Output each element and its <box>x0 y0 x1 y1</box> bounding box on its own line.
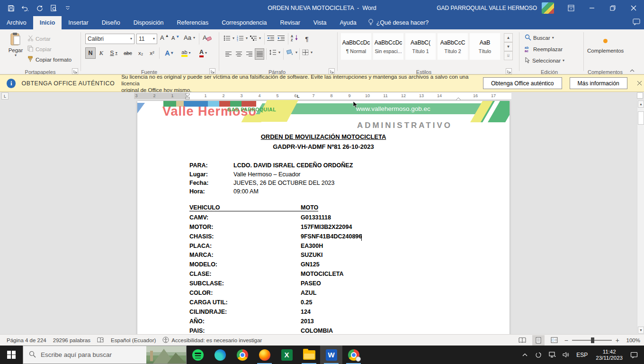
style-card[interactable]: AaBbC( Título 1 <box>405 33 436 60</box>
learn-more-button[interactable]: Más información <box>570 77 627 89</box>
restore-button[interactable] <box>602 0 623 16</box>
tray-chevron-up-icon[interactable] <box>519 346 530 364</box>
document-page[interactable]: www.vallehermoso.gob.ec Valle Hermoso GA… <box>137 101 510 334</box>
banner-close-icon[interactable] <box>635 79 644 88</box>
close-button[interactable] <box>623 0 644 16</box>
decrease-indent-button[interactable] <box>267 35 275 42</box>
italic-button[interactable]: K <box>97 47 106 59</box>
taskbar-search[interactable]: Escribe aquí para buscar <box>23 346 187 364</box>
taskbar-firefox-icon[interactable] <box>253 346 276 364</box>
word-count[interactable]: 29296 palabras <box>53 337 90 343</box>
sort-button[interactable]: AZ <box>291 34 299 42</box>
ruler-track[interactable]: 321 12345678910111213141617 L <box>134 93 511 99</box>
styles-scroll-up-icon[interactable]: ▲ <box>504 33 513 42</box>
font-family-select[interactable]: Calibri▾ <box>85 34 134 44</box>
styles-scroll-down-icon[interactable]: ▼ <box>504 42 513 51</box>
tab-referencias[interactable]: Referencias <box>170 16 215 29</box>
taskbar-file-explorer-icon[interactable] <box>298 346 320 364</box>
align-left-button[interactable] <box>224 48 233 60</box>
tray-background-app-icon[interactable] <box>533 346 544 364</box>
minimize-button[interactable] <box>581 0 602 16</box>
style-card[interactable]: AaBbCcC Título 2 <box>438 33 468 60</box>
bold-button[interactable]: N <box>85 47 96 59</box>
keyboard-language[interactable]: ESP <box>574 352 590 358</box>
select-button[interactable]: Seleccionar▾ <box>525 57 564 64</box>
account-avatar[interactable] <box>542 2 554 14</box>
ruler-scroll-box[interactable] <box>637 92 643 99</box>
scroll-down-icon[interactable]: ▼ <box>638 327 644 334</box>
comments-icon[interactable] <box>633 18 640 27</box>
collapse-ribbon-icon[interactable] <box>630 68 635 73</box>
style-card[interactable]: AaBbCcDc ¶ Normal <box>341 33 371 60</box>
change-case-button[interactable]: Aa▾ <box>184 34 195 41</box>
copy-button[interactable]: Copiar <box>27 46 52 53</box>
styles-more-icon[interactable]: ⍌ <box>504 51 513 60</box>
replace-button[interactable]: abac Reemplazar <box>525 46 563 53</box>
language-indicator[interactable]: Español (Ecuador) <box>111 337 156 343</box>
account-name[interactable]: GAD PARROQUIAL VALLE HERMOSO <box>437 5 537 11</box>
tab-correspondencia[interactable]: Correspondencia <box>215 16 273 29</box>
tab-vista[interactable]: Vista <box>307 16 333 29</box>
shading-button[interactable]: ▾ <box>286 49 297 55</box>
highlight-button[interactable]: ab▾ <box>178 47 194 59</box>
print-layout-icon[interactable] <box>532 335 545 346</box>
style-card[interactable]: AaBbCcDc Sin espaci... <box>373 33 403 60</box>
shrink-font-button[interactable]: A▼ <box>171 35 179 41</box>
redo-icon[interactable] <box>33 2 45 14</box>
zoom-level[interactable]: 100% <box>623 337 640 343</box>
taskbar-chrome-profile-icon[interactable] <box>342 346 365 364</box>
style-card[interactable]: AaB Título <box>470 33 500 60</box>
search-highlight-image[interactable] <box>146 346 186 364</box>
grow-font-button[interactable]: A▲ <box>160 34 169 41</box>
notification-center-icon[interactable] <box>629 346 639 364</box>
zoom-slider[interactable] <box>572 340 612 341</box>
line-spacing-button[interactable]: ▾ <box>269 49 280 55</box>
volume-icon[interactable] <box>561 346 571 364</box>
zoom-slider-thumb[interactable] <box>591 337 594 343</box>
show-marks-button[interactable]: ¶ <box>302 33 312 45</box>
tab-diseno[interactable]: Diseño <box>95 16 127 29</box>
numbering-button[interactable]: 123▾ <box>237 35 248 41</box>
proofing-icon[interactable] <box>97 337 104 343</box>
scroll-up-icon[interactable]: ▲ <box>638 100 644 108</box>
align-right-button[interactable] <box>244 48 254 60</box>
zoom-in-icon[interactable]: + <box>616 337 619 344</box>
clipboard-dialog-launcher-icon[interactable] <box>72 68 78 74</box>
start-button[interactable] <box>0 346 23 364</box>
cut-button[interactable]: Cortar <box>27 35 51 42</box>
font-color-button[interactable]: A▾ <box>195 47 211 59</box>
strikethrough-button[interactable]: abc <box>121 47 134 59</box>
tab-inicio[interactable]: Inicio <box>33 16 62 29</box>
tab-insertar[interactable]: Insertar <box>62 16 95 29</box>
tab-stop-selector[interactable]: L <box>1 92 9 100</box>
zoom-out-icon[interactable]: − <box>564 337 568 344</box>
addins-button[interactable]: Complementos <box>587 32 623 54</box>
tab-disposicion[interactable]: Disposición <box>127 16 170 29</box>
superscript-button[interactable]: x² <box>147 47 157 59</box>
find-button[interactable]: Buscar▾ <box>525 34 554 42</box>
document-area[interactable]: www.vallehermoso.gob.ec Valle Hermoso GA… <box>0 100 644 334</box>
web-layout-icon[interactable] <box>548 335 561 346</box>
undo-icon[interactable] <box>19 2 31 14</box>
read-mode-icon[interactable] <box>516 335 528 346</box>
increase-indent-button[interactable] <box>277 35 285 42</box>
taskbar-excel-icon[interactable]: X <box>276 346 298 364</box>
taskbar-chrome-icon[interactable] <box>231 346 253 364</box>
underline-button[interactable]: S▾ <box>107 47 120 59</box>
tab-revisar[interactable]: Revisar <box>273 16 306 29</box>
page-indicator[interactable]: Página 4 de 224 <box>7 337 46 343</box>
get-genuine-office-button[interactable]: Obtenga Office auténtico <box>483 77 562 89</box>
ribbon-display-options-icon[interactable] <box>561 0 581 16</box>
accessibility-item[interactable]: Accesibilidad: es necesario investigar <box>162 337 262 344</box>
clock[interactable]: 11:42 23/11/2023 <box>593 349 626 361</box>
print-preview-icon[interactable] <box>47 2 60 14</box>
styles-dialog-launcher-icon[interactable] <box>506 68 512 74</box>
taskbar-spotify-icon[interactable] <box>187 346 209 364</box>
tab-archivo[interactable]: Archivo <box>0 16 33 29</box>
clear-formatting-button[interactable]: A <box>203 34 212 43</box>
subscript-button[interactable]: x₂ <box>135 47 146 59</box>
network-icon[interactable] <box>547 346 557 364</box>
paste-button[interactable]: Pegar ▾ <box>6 32 26 65</box>
save-icon[interactable] <box>5 2 17 14</box>
scrollbar-thumb[interactable] <box>638 111 644 125</box>
